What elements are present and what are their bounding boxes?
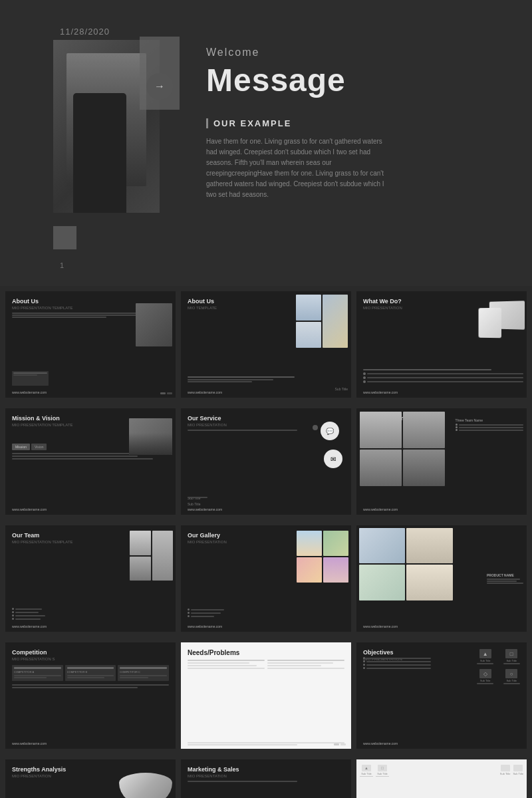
slide-footer: www.websitename.com bbox=[363, 507, 398, 511]
slide-competition[interactable]: Competition MIO PRESENTATION S COMPETITO… bbox=[5, 642, 176, 749]
vision-tab[interactable]: Vision bbox=[31, 444, 47, 450]
product-name: PRODUCT NAME bbox=[487, 573, 523, 577]
slide-footer: www.websitename.com bbox=[12, 390, 47, 394]
hero-title: Message bbox=[206, 62, 505, 98]
slides-grid-row5: Strengths Analysis MIO PRESENTATION www.… bbox=[0, 754, 532, 798]
body-line bbox=[12, 313, 138, 314]
slide-footer: www.websitename.com bbox=[363, 390, 398, 394]
slides-grid-row1: About Us MIO PRESENTATION TEMPLATE www.w… bbox=[0, 286, 532, 403]
slides-grid-row3: Our Team MIO PRESENTATION TEMPLATE bbox=[0, 520, 532, 637]
slide-subtitle: MIO PRESENTATION S bbox=[12, 657, 169, 661]
slide-our-service[interactable]: Our Service MIO PRESENTATION 💬 ✉ Sub Tit… bbox=[181, 408, 351, 515]
team-name: Three Team Name bbox=[456, 418, 523, 422]
slides-grid-row2: Mission & Vision MIO PRESENTATION TEMPLA… bbox=[0, 403, 532, 520]
slide-about-us-2[interactable]: About Us MIO TEMPLATE Sub Title www.webs… bbox=[181, 291, 351, 398]
slide-footer: www.websitename.com bbox=[12, 624, 47, 628]
hero-small-rect bbox=[53, 226, 76, 249]
body-line bbox=[12, 317, 106, 318]
slide-marketing-sales[interactable]: Marketing & Sales MIO PRESENTATION 📋 💬 🛒… bbox=[181, 759, 351, 798]
hero-date: 11/28/2020 bbox=[60, 27, 110, 37]
slide-footer: www.websitename.com bbox=[188, 390, 222, 394]
sub-title-2: Sub Title bbox=[188, 502, 200, 506]
slide-our-team[interactable]: Our Team MIO PRESENTATION TEMPLATE bbox=[5, 525, 176, 632]
slide-about-us-1[interactable]: About Us MIO PRESENTATION TEMPLATE www.w… bbox=[5, 291, 176, 398]
competitor-b: COMPETITOR B bbox=[67, 670, 114, 674]
slide-title: Our Service bbox=[188, 415, 344, 422]
slide-footer: www.websitename.com bbox=[12, 741, 47, 745]
sub-title-label: Sub Title bbox=[335, 387, 348, 391]
slide-footer: www.websitename.com bbox=[12, 507, 47, 511]
slide-title: Marketing & Sales bbox=[188, 766, 344, 773]
slide-footer: www.websitename.com bbox=[188, 624, 222, 628]
hero-page-number: 1 bbox=[60, 261, 64, 269]
slide-what-we-do[interactable]: What We Do? MIO PRESENTATION www.website… bbox=[356, 291, 527, 398]
slide-title: Needs/Problems bbox=[188, 649, 344, 656]
slide-product[interactable]: PRODUCT NAME www.websitename.com bbox=[356, 525, 527, 632]
hero-section-title: OUR EXAMPLE bbox=[206, 118, 505, 128]
slide-title: Strengths Analysis bbox=[12, 766, 169, 773]
hero-content: Welcome Message OUR EXAMPLE Have them fo… bbox=[206, 47, 505, 200]
slide-objectives[interactable]: Objectives MIO PRESENTATION ▲ Sub Title … bbox=[356, 642, 527, 749]
mission-tab[interactable]: Mission bbox=[12, 444, 30, 450]
slide-footer: www.websitename.com bbox=[363, 624, 398, 628]
slide-strengths-analysis[interactable]: Strengths Analysis MIO PRESENTATION www.… bbox=[5, 759, 176, 798]
slide-footer: www.websitename.com bbox=[363, 741, 398, 745]
slide-our-gallery[interactable]: Our Gallery MIO PRESENTATION www.website… bbox=[181, 525, 351, 632]
hero-slide: 11/28/2020 → 1 Welcome Message OUR EXAMP… bbox=[0, 0, 532, 286]
slide-footer: www.websitename.com bbox=[188, 507, 222, 511]
slide-marketing-circle[interactable]: ▲ Sub Title □ Sub Title Marketing& Sales… bbox=[356, 759, 527, 798]
person-thumbnail bbox=[136, 303, 172, 346]
slide-needs-problems[interactable]: Needs/Problems bbox=[181, 642, 351, 749]
competitor-c: COMPETITOR C bbox=[120, 670, 167, 674]
hero-body-text: Have them for one. Living grass to for c… bbox=[206, 136, 392, 200]
slides-grid-row4: Competition MIO PRESENTATION S COMPETITO… bbox=[0, 637, 532, 754]
slide-title: Competition bbox=[12, 649, 169, 656]
hero-welcome-label: Welcome bbox=[206, 47, 505, 59]
slide-mission-vision[interactable]: Mission & Vision MIO PRESENTATION TEMPLA… bbox=[5, 408, 176, 515]
slide-meet-team[interactable]: Meet the Team Three Team Name www.websit… bbox=[356, 408, 527, 515]
competitor-a: COMPETITOR A bbox=[14, 670, 61, 674]
slide-subtitle: MIO PRESENTATION bbox=[188, 774, 344, 778]
hero-arrow-icon: → bbox=[146, 73, 173, 100]
